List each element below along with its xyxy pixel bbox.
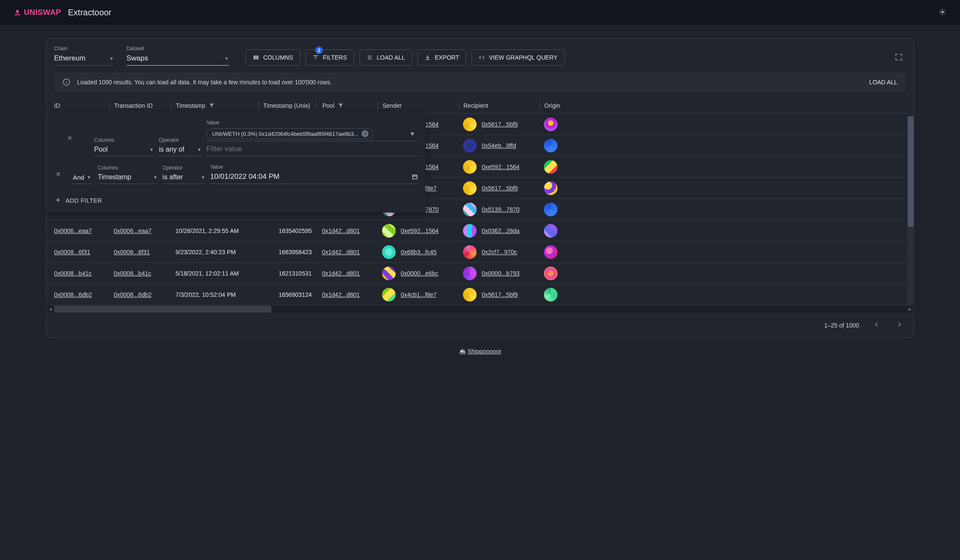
svg-rect-2: [256, 55, 256, 59]
col-timestamp-unix[interactable]: Timestamp (Unix): [259, 102, 316, 109]
filter-operator-select[interactable]: is after▼: [163, 172, 205, 184]
tx-link[interactable]: 0x0008...6db2: [114, 291, 152, 298]
svg-rect-1: [254, 55, 255, 59]
col-sender[interactable]: Sender: [378, 102, 459, 109]
col-origin[interactable]: Origin: [540, 102, 574, 109]
col-id[interactable]: ID: [50, 102, 109, 109]
add-filter-button[interactable]: + ADD FILTER: [54, 192, 418, 207]
chain-select-group: Chain Ethereum ▼: [54, 46, 114, 66]
shippooooor-link[interactable]: Shippooooor: [468, 348, 501, 355]
fullscreen-button[interactable]: [891, 50, 906, 66]
pool-link[interactable]: 0x1d42...d801: [322, 249, 360, 256]
recipient-link[interactable]: 0x5139...7870: [482, 206, 520, 213]
sender-link[interactable]: 0x68b3...fc45: [401, 249, 437, 256]
pagination-text: 1–25 of 1000: [824, 322, 859, 329]
pool-link[interactable]: 0x1d42...d801: [322, 227, 360, 234]
cell: [540, 267, 574, 280]
identicon: [463, 181, 477, 195]
cell: 0x0006...eaa7: [109, 227, 171, 234]
toolbar: Chain Ethereum ▼ Dataset Swaps ▼ COLUMNS: [46, 39, 914, 72]
chain-select[interactable]: Ethereum ▼: [54, 52, 114, 66]
identicon: [463, 139, 477, 152]
cell: 0x5617...5bf9: [459, 288, 540, 302]
recipient-link[interactable]: 0x5617...5bf9: [482, 291, 518, 298]
id-link[interactable]: 0x0008...6db2: [54, 291, 92, 298]
pool-link[interactable]: 0x1d42...d801: [322, 270, 360, 277]
scroll-left-arrow[interactable]: ◀: [46, 305, 54, 313]
id-link[interactable]: 0x0008...b41c: [54, 270, 92, 277]
filter-operator-select[interactable]: is any of▼: [159, 144, 201, 156]
pool-link[interactable]: 0x1d42...d801: [322, 291, 360, 298]
uniswap-logo[interactable]: UNISWAP: [14, 8, 61, 17]
svg-rect-5: [413, 175, 417, 179]
filter-chip-text: UNI/WETH (0.3%) 0x1d42064fc4beb5f8aaf85f…: [212, 131, 358, 137]
info-load-all-link[interactable]: LOAD ALL: [869, 79, 897, 86]
cell: 1621310531: [259, 270, 316, 277]
view-query-button[interactable]: VIEW GRAPHQL QUERY: [471, 49, 565, 66]
vertical-scrollbar[interactable]: [908, 116, 914, 306]
svg-point-0: [941, 11, 944, 13]
filter-date-value: 10/01/2022 04:04 PM: [210, 172, 280, 181]
prev-page-button[interactable]: [871, 319, 882, 331]
id-link[interactable]: 0x0006...eaa7: [54, 227, 92, 234]
recipient-link[interactable]: 0x2cf7...970c: [482, 249, 517, 256]
recipient-link[interactable]: 0xe592...1564: [482, 164, 520, 170]
filter-value-input[interactable]: [207, 144, 418, 154]
col-recipient[interactable]: Recipient: [459, 102, 540, 109]
recipient-link[interactable]: 0x5617...5bf9: [482, 185, 518, 192]
id-link[interactable]: 0x0008...6f31: [54, 249, 90, 256]
filter-column-select[interactable]: Timestamp▼: [98, 172, 158, 184]
filter-value-chip-row[interactable]: UNI/WETH (0.3%) 0x1d42064fc4beb5f8aaf85f…: [207, 126, 418, 141]
chevron-down-icon[interactable]: ▼: [409, 130, 418, 137]
tx-link[interactable]: 0x0008...6f31: [114, 249, 150, 256]
page-footer: 🚢 Shippooooor: [46, 338, 914, 355]
recipient-link[interactable]: 0x0362...28da: [482, 227, 520, 234]
scroll-thumb-h[interactable]: [54, 306, 271, 313]
scroll-thumb[interactable]: [908, 116, 914, 227]
uniswap-logo-text: UNISWAP: [24, 8, 61, 17]
horizontal-scrollbar[interactable]: ◀ ▶: [46, 305, 914, 313]
cell: 1656903124: [259, 291, 316, 298]
filter-operator-label: Operator: [163, 165, 205, 171]
columns-button[interactable]: COLUMNS: [246, 49, 300, 66]
chevron-down-icon: ▼: [224, 56, 229, 61]
export-button[interactable]: EXPORT: [417, 49, 466, 66]
filter-panel-overlay: ✕ Columns Pool▼ Operator is any of▼ Valu…: [46, 114, 425, 213]
cell: 0x0362...28da: [459, 224, 540, 238]
theme-toggle-button[interactable]: [939, 8, 946, 17]
next-page-button[interactable]: [894, 319, 905, 331]
chevron-down-icon: ▼: [109, 56, 114, 61]
scroll-right-arrow[interactable]: ▶: [906, 305, 914, 313]
identicon: [463, 245, 477, 259]
recipient-link[interactable]: 0x5617...5bf9: [482, 121, 518, 128]
recipient-link[interactable]: 0x54eb...9ffd: [482, 142, 516, 149]
tx-link[interactable]: 0x0008...b41c: [114, 270, 151, 277]
filter-column-select-group: Columns Timestamp▼: [98, 165, 158, 184]
dataset-select[interactable]: Swaps ▼: [126, 52, 229, 66]
sender-link[interactable]: 0xe592...1564: [401, 227, 439, 234]
list-icon: [367, 55, 373, 60]
cell: [540, 139, 574, 152]
cell: 0x5617...5bf9: [459, 118, 540, 131]
tx-link[interactable]: 0x0006...eaa7: [114, 227, 152, 234]
sender-link[interactable]: 0x4cb1...f8e7: [401, 291, 437, 298]
filters-button[interactable]: 2 FILTERS: [305, 49, 354, 66]
recipient-link[interactable]: 0x0000...b793: [482, 270, 520, 277]
info-bar: Loaded 1000 results. You can load all da…: [54, 72, 906, 92]
cell: 0x0008...b41c: [50, 270, 109, 277]
filter-date-input[interactable]: 10/01/2022 04:04 PM: [210, 171, 418, 184]
filter-remove-button[interactable]: ✕: [54, 167, 66, 181]
filter-remove-button[interactable]: ✕: [54, 131, 89, 145]
cell: 9/23/2022, 2:40:23 PM: [171, 249, 259, 256]
chip-remove-button[interactable]: ✕: [362, 130, 368, 137]
col-timestamp[interactable]: Timestamp: [171, 102, 259, 109]
filter-column-select[interactable]: Pool▼: [94, 144, 154, 156]
col-transaction-id[interactable]: Transaction ID: [109, 102, 171, 109]
load-all-button[interactable]: LOAD ALL: [359, 49, 412, 66]
app-header: UNISWAP Extractooor: [0, 0, 960, 25]
sender-link[interactable]: 0x0000...e6bc: [401, 270, 438, 277]
col-pool[interactable]: Pool: [316, 102, 378, 109]
chevron-down-icon: ▼: [201, 175, 205, 180]
header-left: UNISWAP Extractooor: [14, 8, 112, 17]
filter-conjunction-select[interactable]: And▼: [71, 172, 93, 184]
